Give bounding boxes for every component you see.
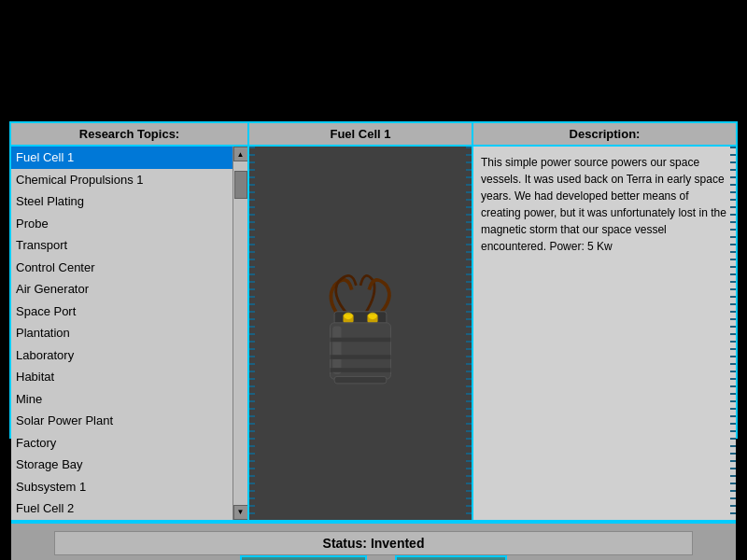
topics-list[interactable]: Fuel Cell 1Chemical Propulsions 1Steel P… xyxy=(11,147,233,520)
list-item[interactable]: Subsystem 1 xyxy=(11,476,233,498)
status-text: Status: Invented xyxy=(54,531,693,555)
bottom-bar: Status: Invented Research Cancel xyxy=(11,522,736,561)
research-dialog: Research Topics: Fuel Cell 1Chemical Pro… xyxy=(9,121,738,439)
dialog-main-area: Research Topics: Fuel Cell 1Chemical Pro… xyxy=(11,123,736,522)
list-item[interactable]: Fuel Cell 1 xyxy=(11,147,233,169)
list-item[interactable]: Probe xyxy=(11,213,233,235)
right-decoration-lines xyxy=(466,147,472,520)
topics-header: Research Topics: xyxy=(11,123,247,147)
list-item[interactable]: Air Generator xyxy=(11,278,233,301)
list-item[interactable]: Laboratory xyxy=(11,344,233,367)
scroll-thumb[interactable] xyxy=(234,171,247,199)
description-content: This simple power source powers our spac… xyxy=(481,156,726,253)
list-item[interactable]: Space Port xyxy=(11,301,233,323)
list-item[interactable]: Storage Bay xyxy=(11,454,233,476)
list-item[interactable]: Solar Power Plant xyxy=(11,410,233,432)
svg-rect-4 xyxy=(332,326,341,373)
list-item[interactable]: Steel Plating xyxy=(11,190,233,213)
description-decoration xyxy=(730,147,736,520)
svg-point-10 xyxy=(368,312,376,318)
svg-point-9 xyxy=(344,312,352,318)
list-item[interactable]: Transport xyxy=(11,234,233,257)
topics-scrollbar[interactable]: ▲ ▼ xyxy=(233,147,247,520)
item-name-header: Fuel Cell 1 xyxy=(249,123,472,147)
svg-rect-6 xyxy=(331,355,391,359)
item-image-area xyxy=(249,147,472,520)
svg-rect-8 xyxy=(334,376,387,383)
research-button[interactable]: Research xyxy=(240,555,366,561)
scroll-down-arrow[interactable]: ▼ xyxy=(233,505,248,520)
scroll-up-arrow[interactable]: ▲ xyxy=(233,147,248,161)
cancel-button[interactable]: Cancel xyxy=(395,555,507,561)
scroll-track xyxy=(233,161,247,505)
left-panel: Research Topics: Fuel Cell 1Chemical Pro… xyxy=(11,123,249,520)
list-item[interactable]: Fuel Cell 2 xyxy=(11,497,233,520)
list-item[interactable]: Control Center xyxy=(11,257,233,279)
list-item[interactable]: Plantation xyxy=(11,322,233,344)
svg-rect-5 xyxy=(331,337,391,342)
list-item[interactable]: Factory xyxy=(11,432,233,455)
list-item[interactable]: Mine xyxy=(11,388,233,411)
description-text: This simple power source powers our spac… xyxy=(473,147,736,520)
button-row: Research Cancel xyxy=(240,555,506,561)
right-panel: Description: This simple power source po… xyxy=(473,123,736,520)
fuel-cell-image xyxy=(304,273,416,394)
middle-panel: Fuel Cell 1 xyxy=(249,123,473,520)
svg-rect-7 xyxy=(331,368,391,372)
topics-list-container: Fuel Cell 1Chemical Propulsions 1Steel P… xyxy=(11,147,247,520)
description-header: Description: xyxy=(473,123,736,147)
list-item[interactable]: Habitat xyxy=(11,366,233,388)
left-decoration-lines xyxy=(249,147,255,520)
list-item[interactable]: Chemical Propulsions 1 xyxy=(11,169,233,191)
